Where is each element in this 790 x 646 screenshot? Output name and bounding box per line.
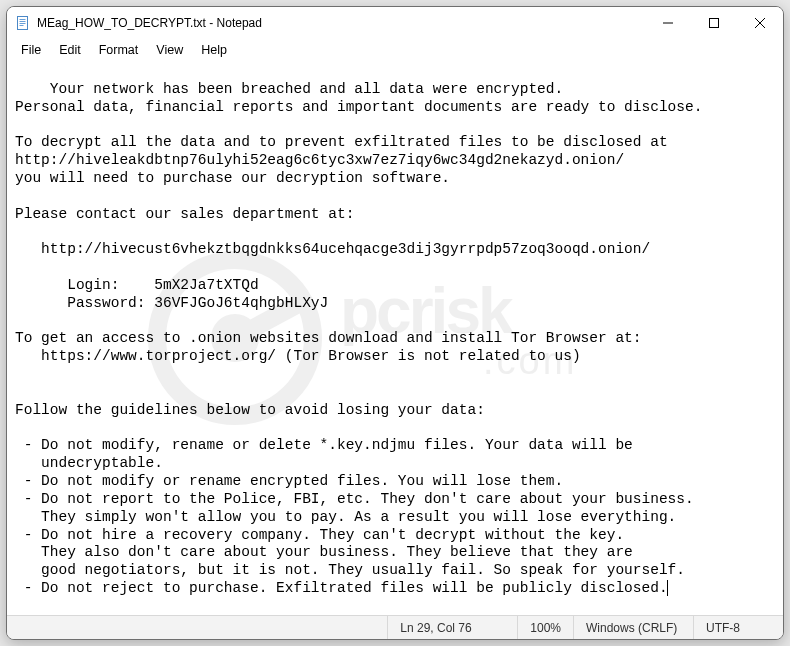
text-area[interactable]: pcrisk .com Your network has been breach… [7, 61, 783, 615]
status-position: Ln 29, Col 76 [387, 616, 517, 639]
window-controls [645, 7, 783, 39]
text-caret [667, 580, 668, 596]
titlebar[interactable]: MEag_HOW_TO_DECRYPT.txt - Notepad [7, 7, 783, 39]
document-text: Your network has been breached and all d… [15, 81, 702, 596]
minimize-button[interactable] [645, 7, 691, 39]
notepad-icon [15, 15, 31, 31]
menu-help[interactable]: Help [193, 41, 235, 59]
status-line-ending: Windows (CRLF) [573, 616, 693, 639]
close-button[interactable] [737, 7, 783, 39]
menu-edit[interactable]: Edit [51, 41, 89, 59]
menubar: File Edit Format View Help [7, 39, 783, 61]
status-encoding: UTF-8 [693, 616, 783, 639]
statusbar: Ln 29, Col 76 100% Windows (CRLF) UTF-8 [7, 615, 783, 639]
svg-rect-6 [710, 19, 719, 28]
status-spacer [7, 616, 387, 639]
menu-file[interactable]: File [13, 41, 49, 59]
maximize-button[interactable] [691, 7, 737, 39]
window-title: MEag_HOW_TO_DECRYPT.txt - Notepad [37, 16, 262, 30]
menu-view[interactable]: View [148, 41, 191, 59]
status-zoom: 100% [517, 616, 573, 639]
notepad-window: MEag_HOW_TO_DECRYPT.txt - Notepad File E… [6, 6, 784, 640]
menu-format[interactable]: Format [91, 41, 147, 59]
